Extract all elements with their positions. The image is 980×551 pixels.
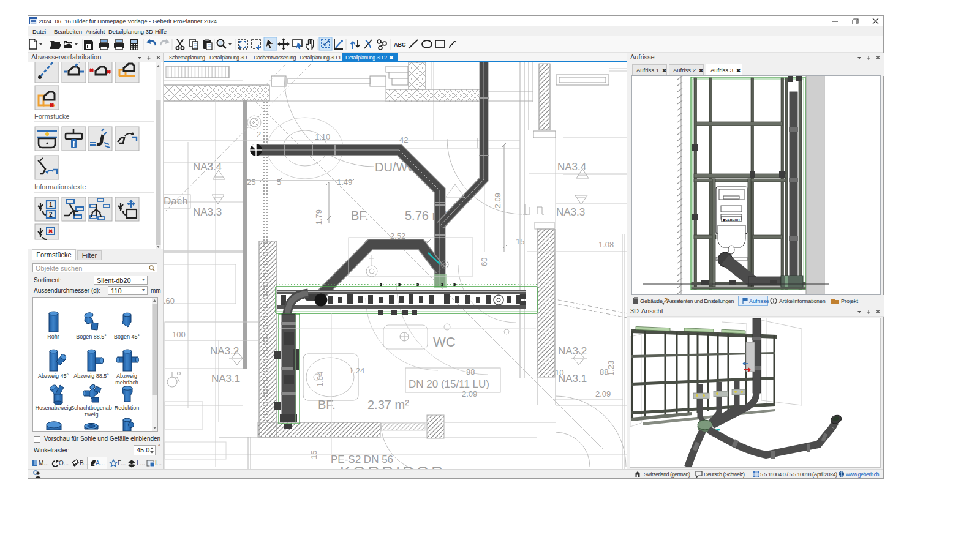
svg-text:15: 15 [516,237,524,246]
svg-text:88: 88 [466,367,475,377]
svg-text:zweig: zweig [84,411,98,418]
svg-text:NA3.4: NA3.4 [557,161,586,173]
svg-text:Schachtbogenab: Schachtbogenab [70,405,112,411]
svg-text:Hosenabzweig: Hosenabzweig [35,405,71,411]
svg-text:Abzweig 45°: Abzweig 45° [38,373,69,379]
svg-text:NA3.2: NA3.2 [210,345,239,357]
svg-text:1.10: 1.10 [315,132,330,141]
svg-text:1.23: 1.23 [606,361,616,376]
svg-text:Reduktion: Reduktion [115,405,140,411]
svg-text:Bogen 45°: Bogen 45° [114,334,140,340]
svg-text:L...: L... [137,460,145,467]
svg-text:mehrfach: mehrfach [115,380,138,386]
svg-text:15: 15 [309,451,318,459]
svg-text:A...: A... [96,460,105,467]
svg-text:10: 10 [555,368,564,377]
svg-text:2: 2 [257,130,261,139]
svg-text:Formstücke: Formstücke [34,113,69,120]
svg-text:60: 60 [480,258,489,266]
svg-text:B...: B... [80,460,89,467]
svg-text:5: 5 [277,178,281,187]
svg-text:2.09: 2.09 [493,193,502,208]
svg-text:ABC: ABC [394,42,406,48]
svg-text:Dach: Dach [164,195,188,207]
svg-text:Projekt: Projekt [841,298,859,304]
svg-text:F...: F... [118,460,126,467]
svg-text:Artikelinformationen: Artikelinformationen [779,298,826,304]
svg-text:NA3.2: NA3.2 [558,345,587,357]
svg-text:KORRIDOR: KORRIDOR [340,463,445,469]
svg-text:1: 1 [49,201,53,208]
svg-text:Informationstexte: Informationstexte [34,183,86,190]
svg-text:42: 42 [399,135,408,144]
svg-text:DN 20 (15/11 LU): DN 20 (15/11 LU) [409,378,489,390]
svg-text:2.09: 2.09 [462,389,477,399]
svg-text:2: 2 [49,211,53,218]
svg-text:BF.: BF. [318,398,336,411]
svg-text:Assistenten und Einstellungen: Assistenten und Einstellungen [667,298,734,304]
svg-text:1.24: 1.24 [349,366,364,375]
svg-text:2.37 m²: 2.37 m² [368,398,409,411]
svg-text:100: 100 [172,330,186,339]
svg-text:NA3.3: NA3.3 [193,206,222,218]
svg-text:25: 25 [247,178,255,187]
svg-text:O...: O... [59,460,69,467]
svg-text:I...: I... [155,460,162,467]
svg-text:NA3.3: NA3.3 [556,206,585,218]
svg-text:1.08: 1.08 [598,240,614,249]
svg-text:Bogen 88.5°: Bogen 88.5° [76,334,107,340]
svg-text:1.04: 1.04 [315,372,325,387]
svg-text:NA3.1: NA3.1 [211,373,240,384]
svg-text:.60: .60 [164,296,175,305]
svg-text:Abzweig 88.5°: Abzweig 88.5° [74,373,109,379]
svg-text:◆GEBERIT: ◆GEBERIT [722,218,741,222]
svg-text:Abzweig: Abzweig [116,373,137,379]
svg-text:1.49: 1.49 [337,178,352,187]
svg-text:Aufrisse: Aufrisse [749,298,769,304]
svg-text:Rohr: Rohr [47,334,59,340]
svg-text:NA3.4: NA3.4 [193,161,222,173]
svg-text:Gebäude: Gebäude [640,298,663,304]
svg-text:2.09: 2.09 [595,389,611,399]
svg-text:BF.: BF. [351,209,369,222]
svg-text:1.79: 1.79 [314,209,323,225]
svg-text:M...: M... [39,460,49,467]
svg-text:WC: WC [433,334,456,350]
